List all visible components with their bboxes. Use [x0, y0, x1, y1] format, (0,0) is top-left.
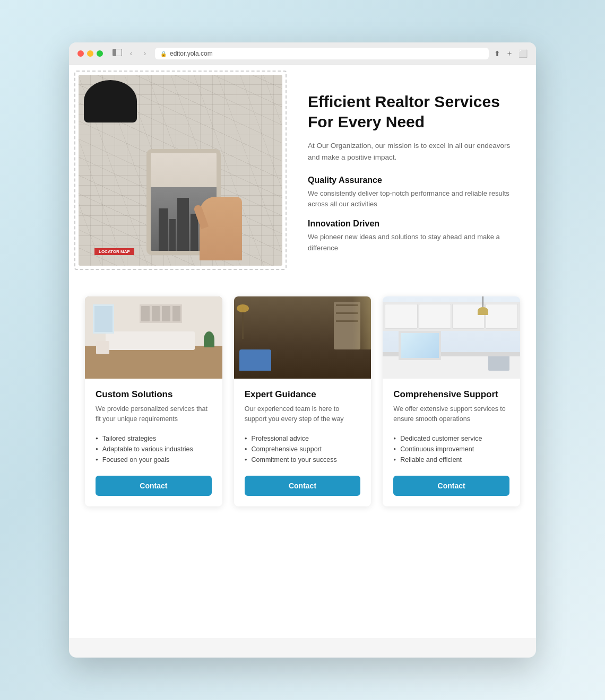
hero-text: Efficient Realtor Services For Every Nee… [308, 81, 520, 263]
bedroom-image [85, 296, 222, 379]
cabinet-door-4 [486, 304, 518, 329]
hat-decoration [84, 80, 137, 122]
card-custom-solutions-desc: We provide personalized services that fi… [96, 404, 212, 425]
lamp-shade [237, 304, 249, 312]
artwork [140, 304, 182, 323]
card-expert-guidance-list: Professional advice Comprehensive suppor… [245, 433, 361, 465]
contact-button-3[interactable]: Contact [393, 476, 509, 496]
kitchen-image [383, 296, 520, 379]
light-cord [482, 296, 483, 307]
plant [204, 331, 214, 347]
maximize-button[interactable] [97, 50, 103, 57]
card-comprehensive-support-body: Comprehensive Support We offer extensive… [383, 379, 520, 506]
list-item: Commitment to your success [245, 454, 361, 465]
list-item: Dedicated customer service [393, 433, 509, 444]
hero-title: Efficient Realtor Services For Every Nee… [308, 92, 520, 132]
downloads-button[interactable]: ⬜ [518, 49, 528, 58]
tablet-decoration [146, 149, 231, 255]
url-text: editor.yola.com [170, 50, 213, 57]
card-expert-guidance-desc: Our experienced team is here to support … [245, 404, 361, 425]
browser-actions: ⬆ ＋ ⬜ [494, 49, 528, 58]
back-button[interactable]: ‹ [126, 49, 136, 58]
card-expert-guidance-body: Expert Guidance Our experienced team is … [234, 379, 371, 506]
card-custom-solutions-body: Custom Solutions We provide personalized… [85, 379, 222, 506]
browser-nav: ‹ › [113, 49, 150, 58]
cabinet-door-1 [385, 304, 417, 329]
feature-innovation: Innovation Driven We pioneer new ideas a… [308, 219, 520, 253]
lock-icon: 🔒 [160, 51, 167, 57]
hero-image: LOCATOR MAP [79, 75, 282, 266]
card-expert-guidance-title: Expert Guidance [245, 389, 361, 400]
feature-quality-title: Quality Assurance [308, 176, 520, 185]
address-bar[interactable]: 🔒 editor.yola.com [155, 48, 489, 59]
cabinet-doors [383, 302, 520, 331]
card-comprehensive-support-title: Comprehensive Support [393, 389, 509, 400]
new-tab-button[interactable]: ＋ [506, 49, 513, 58]
couch [239, 349, 271, 371]
feature-quality: Quality Assurance We consistently delive… [308, 176, 520, 209]
kitchen-window [399, 331, 441, 360]
list-item: Adaptable to various industries [96, 444, 212, 454]
forward-button[interactable]: › [140, 49, 150, 58]
chair-decoration [96, 341, 109, 354]
bed [106, 331, 195, 350]
feature-innovation-title: Innovation Driven [308, 219, 520, 229]
minimize-button[interactable] [87, 50, 93, 57]
feature-innovation-desc: We pioneer new ideas and solutions to st… [308, 232, 520, 253]
hand-decoration [200, 197, 242, 260]
feature-quality-desc: We consistently deliver top-notch perfor… [308, 188, 520, 209]
card-comprehensive-support-list: Dedicated customer service Continuous im… [393, 433, 509, 465]
card-expert-guidance: Expert Guidance Our experienced team is … [234, 296, 371, 506]
sidebar-toggle-button[interactable] [113, 49, 122, 56]
contact-button-1[interactable]: Contact [96, 476, 212, 496]
window-decoration [93, 304, 114, 334]
building-2 [169, 219, 176, 251]
card-comprehensive-support-desc: We offer extensive support services to e… [393, 404, 509, 425]
contact-button-2[interactable]: Contact [245, 476, 361, 496]
artwork-4 [172, 306, 181, 321]
hero-section: LOCATOR MAP Efficient Realtor Services F… [85, 81, 520, 270]
list-item: Tailored strategies [96, 433, 212, 444]
share-button[interactable]: ⬆ [494, 49, 500, 58]
hero-subtitle: At Our Organization, our mission is to e… [308, 140, 520, 163]
building-3 [177, 198, 189, 251]
cabinet-door-2 [419, 304, 451, 329]
browser-window: ‹ › 🔒 editor.yola.com ⬆ ＋ ⬜ [69, 42, 536, 658]
card-custom-solutions: Custom Solutions We provide personalized… [85, 296, 222, 506]
page-content: LOCATOR MAP Efficient Realtor Services F… [69, 65, 536, 638]
card-custom-solutions-list: Tailored strategies Adaptable to various… [96, 433, 212, 465]
light-shade [478, 307, 488, 315]
card-custom-solutions-title: Custom Solutions [96, 389, 212, 400]
building-1 [159, 208, 168, 251]
artwork-1 [141, 306, 150, 321]
browser-chrome: ‹ › 🔒 editor.yola.com ⬆ ＋ ⬜ [69, 42, 536, 65]
close-button[interactable] [77, 50, 84, 57]
hero-image-wrapper: LOCATOR MAP [74, 71, 287, 270]
artwork-3 [162, 306, 170, 321]
list-item: Continuous improvement [393, 444, 509, 454]
cards-section: Custom Solutions We provide personalized… [85, 296, 520, 506]
list-item: Focused on your goals [96, 454, 212, 465]
cabinet [383, 302, 520, 331]
window-light [352, 296, 371, 349]
traffic-lights [77, 50, 103, 57]
list-item: Professional advice [245, 433, 361, 444]
list-item: Comprehensive support [245, 444, 361, 454]
pendant-light [478, 296, 488, 315]
building-4 [191, 214, 198, 251]
microwave [488, 355, 509, 371]
list-item: Reliable and efficient [393, 454, 509, 465]
map-label: LOCATOR MAP [94, 248, 134, 255]
artwork-2 [152, 306, 160, 321]
card-comprehensive-support: Comprehensive Support We offer extensive… [383, 296, 520, 506]
living-room-image [234, 296, 371, 379]
